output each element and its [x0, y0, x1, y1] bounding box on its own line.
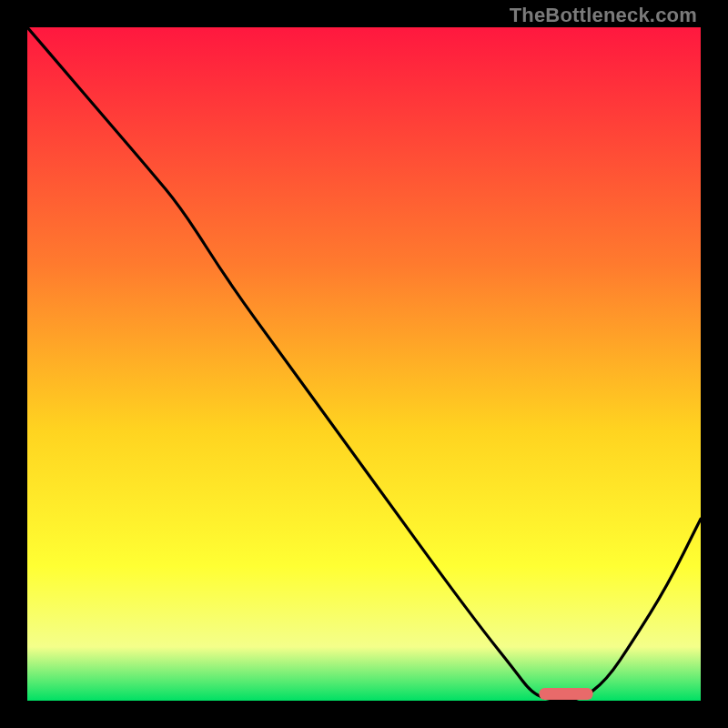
chart-frame: [27, 27, 701, 701]
optimal-range-marker: [539, 688, 592, 700]
heat-background: [27, 27, 701, 701]
bottleneck-chart: [27, 27, 701, 701]
watermark-label: TheBottleneck.com: [510, 4, 697, 27]
